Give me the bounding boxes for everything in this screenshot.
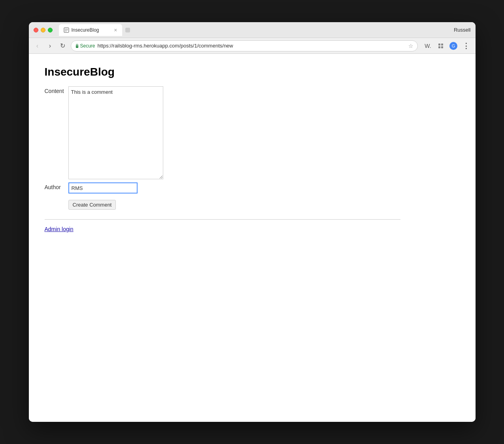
author-input[interactable] — [68, 182, 138, 194]
bookmark-icon[interactable]: ☆ — [408, 43, 413, 49]
svg-rect-10 — [441, 46, 443, 48]
author-row: Author — [45, 182, 460, 194]
content-row: Content This is a comment — [45, 86, 460, 179]
divider — [45, 219, 400, 220]
google-account-button[interactable]: G — [448, 40, 459, 51]
browser-actions: W. G ⋮ — [423, 40, 472, 51]
browser-window: InsecureBlog × Russell ‹ › ↻ Secure — [29, 22, 476, 422]
reload-button[interactable]: ↻ — [58, 41, 68, 51]
close-window-button[interactable] — [34, 28, 38, 32]
forward-button[interactable]: › — [45, 41, 55, 51]
site-title: InsecureBlog — [45, 66, 460, 78]
tab-close-button[interactable]: × — [114, 27, 117, 33]
user-name: Russell — [454, 27, 471, 33]
back-button[interactable]: ‹ — [33, 41, 42, 51]
extensions-button[interactable] — [435, 40, 446, 51]
admin-login-link[interactable]: Admin login — [45, 226, 74, 232]
create-comment-button[interactable]: Create Comment — [68, 200, 116, 210]
w-extension-button[interactable]: W. — [423, 40, 434, 51]
address-bar: ‹ › ↻ Secure https://railsblog-rms.herok… — [29, 38, 476, 54]
secure-icon: Secure — [75, 43, 95, 49]
active-tab[interactable]: InsecureBlog × — [59, 24, 122, 36]
secure-label: Secure — [80, 43, 95, 49]
title-bar: InsecureBlog × Russell — [29, 22, 476, 38]
content-label: Content — [45, 86, 68, 94]
comment-form: Content This is a comment Author Create … — [45, 86, 460, 213]
minimize-window-button[interactable] — [41, 28, 45, 32]
tab-area: InsecureBlog × — [59, 24, 451, 36]
traffic-lights — [34, 28, 53, 32]
tab-favicon-icon — [64, 27, 69, 33]
page-content: InsecureBlog Content This is a comment A… — [29, 54, 476, 422]
tab-title: InsecureBlog — [72, 27, 99, 33]
svg-point-6 — [77, 46, 77, 47]
menu-button[interactable]: ⋮ — [461, 40, 472, 51]
svg-rect-8 — [441, 44, 443, 46]
svg-rect-7 — [438, 44, 440, 46]
url-text: https://railsblog-rms.herokuapp.com/post… — [98, 43, 233, 49]
maximize-window-button[interactable] — [48, 28, 53, 32]
url-bar[interactable]: Secure https://railsblog-rms.herokuapp.c… — [71, 40, 418, 51]
new-tab-button[interactable] — [122, 25, 133, 36]
submit-row: Create Comment — [45, 197, 460, 210]
svg-text:G: G — [451, 44, 455, 48]
svg-rect-4 — [125, 28, 130, 32]
svg-rect-9 — [438, 46, 440, 48]
content-textarea[interactable]: This is a comment — [68, 86, 163, 179]
author-label: Author — [45, 182, 68, 190]
